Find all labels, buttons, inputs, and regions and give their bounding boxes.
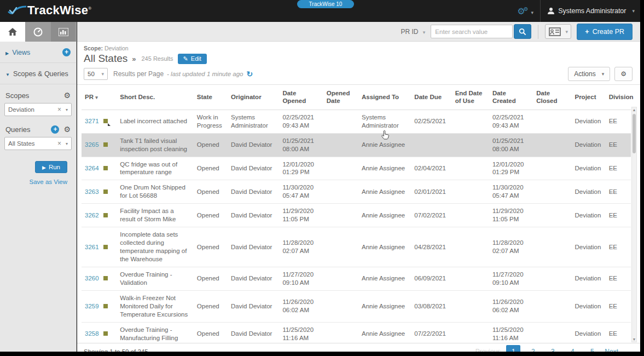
user-menu[interactable]: Systems Administrator ▾ <box>547 7 635 15</box>
assigned-to-cell: Annie Assignee <box>358 322 411 343</box>
tab-home[interactable] <box>0 22 25 42</box>
create-pr-button[interactable]: +Create PR <box>577 24 633 40</box>
column-header[interactable]: Date Opened <box>279 85 323 110</box>
table-settings-button[interactable]: ⚙ <box>614 67 633 81</box>
save-as-view-link[interactable]: Save as View <box>4 173 72 185</box>
table-row[interactable]: 3260 Overdue Training - Validation Opene… <box>82 267 631 290</box>
sidebar-item-scopes-queries[interactable]: ▼Scopes & Queries <box>0 63 76 84</box>
table-row[interactable]: 3258 Overdue Training - Manufacturing Fi… <box>82 322 631 343</box>
pr-link[interactable]: 3260 <box>85 275 99 282</box>
opened-date-cell <box>323 180 358 204</box>
column-header[interactable]: Short Desc. <box>117 85 194 110</box>
pr-link[interactable]: 3258 <box>85 330 99 337</box>
chevron-down-icon: ▾ <box>602 71 605 77</box>
actions-button[interactable]: Actions▾ <box>568 67 610 81</box>
scopes-queries-label: Scopes & Queries <box>13 70 68 78</box>
table-row[interactable]: 3259 Walk-in Freezer Not Monitored Daily… <box>82 290 631 322</box>
end-date-of-use-cell <box>452 157 489 180</box>
pr-link[interactable]: 3264 <box>85 165 99 171</box>
table-row[interactable]: 3265 Tank T1 failed visual inspection po… <box>82 133 631 157</box>
sidebar-item-views[interactable]: ▶Views + <box>0 42 76 63</box>
run-button[interactable]: ▶Run <box>35 161 67 173</box>
scroll-down-icon[interactable]: ▼ <box>632 337 636 341</box>
date-created-cell: 11/29/2020 11:05 PM <box>489 204 533 227</box>
id-card-button[interactable]: ▾ <box>545 24 571 39</box>
pr-link[interactable]: 3263 <box>85 188 99 195</box>
results-table: PR ▾Short Desc.StateOriginatorDate Opene… <box>82 85 631 343</box>
scrollbar-thumb[interactable] <box>633 114 636 153</box>
end-date-of-use-cell <box>452 322 489 343</box>
column-header[interactable]: Project <box>571 85 605 110</box>
session-tab[interactable]: TrackWise 10 <box>297 0 354 8</box>
clear-icon[interactable]: × <box>57 106 61 113</box>
column-header[interactable]: Date Closed <box>533 85 571 110</box>
pr-link[interactable]: 3261 <box>85 244 99 250</box>
date-closed-cell <box>533 322 571 343</box>
opened-date-cell <box>323 110 358 133</box>
originator-cell: Systems Administrator <box>228 110 279 133</box>
column-header[interactable]: Opened Date <box>323 85 358 110</box>
search-button[interactable] <box>514 24 531 39</box>
query-select[interactable]: All States × ▾ <box>4 137 72 150</box>
tab-charts[interactable] <box>51 22 76 42</box>
plus-icon: + <box>585 28 589 36</box>
admin-gears-menu[interactable]: ⚙⚙▾ <box>517 6 533 16</box>
logo-swoosh-icon <box>8 5 26 16</box>
clear-icon[interactable]: × <box>57 140 61 147</box>
short-desc-cell: QC fridge was out of temperature range <box>117 157 194 180</box>
add-query-button[interactable]: + <box>51 125 59 134</box>
pr-link[interactable]: 3271 <box>85 118 99 124</box>
column-header[interactable]: Date Created <box>489 85 533 110</box>
short-desc-cell: Label incorrect attached <box>117 110 194 133</box>
results-count: 245 Results <box>142 55 173 62</box>
date-created-cell: 11/27/2020 09:10 AM <box>489 267 533 290</box>
table-row[interactable]: 3264 QC fridge was out of temperature ra… <box>82 157 631 180</box>
column-header[interactable]: Originator <box>228 85 279 110</box>
pr-link[interactable]: 3262 <box>85 212 99 219</box>
pr-link[interactable]: 3265 <box>85 141 99 148</box>
project-cell: Deviation <box>571 180 605 204</box>
date-opened-cell: 11/29/2020 11:05 PM <box>279 204 323 227</box>
results-table-wrap: PR ▾Short Desc.StateOriginatorDate Opene… <box>77 84 640 343</box>
pr-link[interactable]: 3259 <box>85 303 99 309</box>
last-updated-text: - last updated 1 minute ago <box>167 71 243 77</box>
triangle-down-icon: ▼ <box>5 72 10 77</box>
date-opened-cell: 11/30/2020 05:47 AM <box>279 180 323 204</box>
mouse-cursor <box>381 130 390 140</box>
column-header[interactable]: End Date of Use <box>452 85 489 110</box>
add-view-button[interactable]: + <box>62 48 71 56</box>
page-size-select[interactable]: 50▾ <box>84 68 108 80</box>
state-cell: Opened <box>194 180 228 204</box>
record-state-icon <box>103 245 108 249</box>
division-cell: EE <box>606 322 631 343</box>
scope-select[interactable]: Deviation × ▾ <box>4 103 72 116</box>
table-row[interactable]: 3271 Label incorrect attached Work in Pr… <box>82 110 631 133</box>
project-cell: Deviation <box>571 204 605 227</box>
chevron-down-icon: ▾ <box>531 10 534 15</box>
column-header[interactable]: PR ▾ <box>82 85 117 110</box>
column-header[interactable]: State <box>194 85 228 110</box>
sidebar: ▶Views + ▼Scopes & Queries Scopes ⚙ Devi… <box>0 22 77 352</box>
scroll-up-icon[interactable]: ▲ <box>632 108 636 112</box>
date-created-cell: 11/30/2020 05:47 AM <box>489 180 533 204</box>
vertical-scrollbar[interactable]: ▲ ▼ <box>631 107 637 342</box>
table-row[interactable]: 3263 One Drum Not Shipped for Lot 56688 … <box>82 180 631 204</box>
column-header[interactable]: Division <box>606 85 631 110</box>
record-state-icon <box>103 213 108 217</box>
tab-dashboard[interactable] <box>25 22 50 42</box>
division-cell: EE <box>606 157 631 180</box>
refresh-icon[interactable]: ↻ <box>246 70 253 78</box>
queries-gear-icon[interactable]: ⚙ <box>63 125 71 134</box>
search-field-selector[interactable]: PR ID ▾ <box>401 28 425 36</box>
date-due-cell <box>411 133 451 157</box>
edit-button[interactable]: ✎Edit <box>178 54 207 64</box>
search-input[interactable] <box>431 25 513 38</box>
table-row[interactable]: 3262 Facility Impact as a result of Stor… <box>82 204 631 227</box>
record-state-icon <box>103 190 108 194</box>
column-header[interactable]: Date Due <box>411 85 451 110</box>
date-due-cell: 03/08/2021 <box>411 290 451 322</box>
table-row[interactable]: 3261 Incomplete data sets collected duri… <box>82 227 631 267</box>
column-header[interactable]: Assigned To <box>358 85 411 110</box>
pr-cell: 3265 <box>82 133 117 157</box>
scopes-gear-icon[interactable]: ⚙ <box>63 91 71 100</box>
